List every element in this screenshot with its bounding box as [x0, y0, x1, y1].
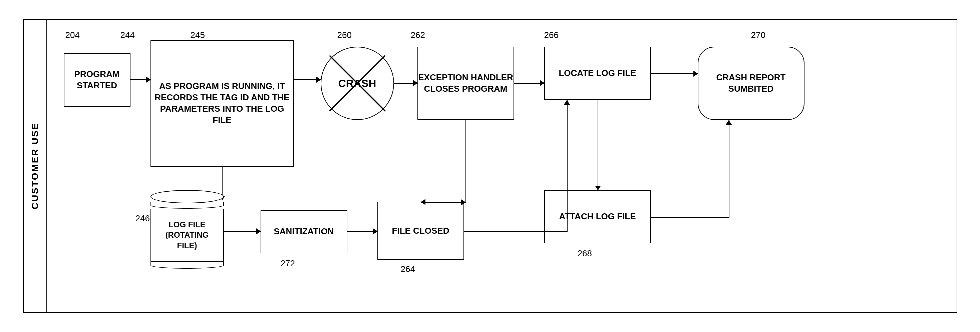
- exception-handler-box: EXCEPTION HANDLER CLOSES PROGRAM: [417, 47, 514, 120]
- arrow-5: [651, 73, 698, 74]
- side-label-text: CUSTOMER USE: [30, 122, 40, 209]
- arrow-2: [294, 79, 321, 80]
- side-label: CUSTOMER USE: [24, 20, 47, 312]
- arrow-ex-to-fc-v: [466, 120, 466, 203]
- ref-204: 204: [65, 30, 80, 40]
- locate-log-file-box: LOCATE LOG FILE: [544, 47, 651, 100]
- ref-244: 244: [121, 30, 135, 40]
- ref-272: 272: [281, 258, 295, 269]
- log-file-cylinder: LOG FILE (ROTATING FILE): [151, 190, 224, 269]
- arrow-attach-up: [729, 120, 730, 217]
- crash-circle: CRASH: [321, 47, 394, 120]
- ref-245: 245: [191, 30, 205, 40]
- arrowhead-up-crash: [726, 120, 732, 125]
- arrow-8: [347, 231, 377, 232]
- db-top: [151, 190, 224, 203]
- program-started-box: PROGRAM STARTED: [64, 53, 130, 107]
- attach-log-file-box: ATTACH LOG FILE: [544, 190, 651, 243]
- arrow-attach-right: [651, 217, 729, 218]
- crash-report-box: CRASH REPORT SUMBITED: [698, 47, 805, 120]
- arrow-locate-to-attach: [598, 100, 598, 190]
- ref-264: 264: [401, 264, 415, 274]
- db-body: LOG FILE (ROTATING FILE): [151, 209, 224, 262]
- ref-262: 262: [411, 30, 425, 40]
- crash-label: CRASH: [338, 77, 376, 90]
- ref-266: 266: [544, 30, 558, 40]
- arrow-4: [514, 83, 544, 84]
- ref-246: 246: [135, 213, 150, 224]
- arrow-ex-to-fc-h: [421, 202, 466, 203]
- db-bottom: [151, 262, 224, 269]
- as-program-running-box: AS PROGRAM IS RUNNING, IT RECORDS THE TA…: [151, 40, 294, 167]
- ref-268: 268: [578, 248, 592, 259]
- diagram-container: CUSTOMER USE 204 244 245 260 262 266 270…: [23, 19, 957, 313]
- arrow-fc-right: [464, 231, 568, 232]
- ref-270: 270: [751, 30, 765, 40]
- arrow-3: [394, 83, 417, 84]
- arrow-1: [130, 79, 151, 80]
- arrowhead-up-locate: [564, 100, 570, 105]
- file-closed-box: FILE CLOSED: [377, 202, 464, 260]
- main-area: 204 244 245 260 262 266 270 PROGRAM STAR…: [47, 20, 957, 312]
- sanitization-box: SANITIZATION: [261, 210, 347, 253]
- arrow-7: [224, 231, 261, 232]
- arrowhead-left-fc: [421, 199, 425, 205]
- ref-260: 260: [337, 30, 352, 40]
- arrow-fc-up: [567, 100, 568, 231]
